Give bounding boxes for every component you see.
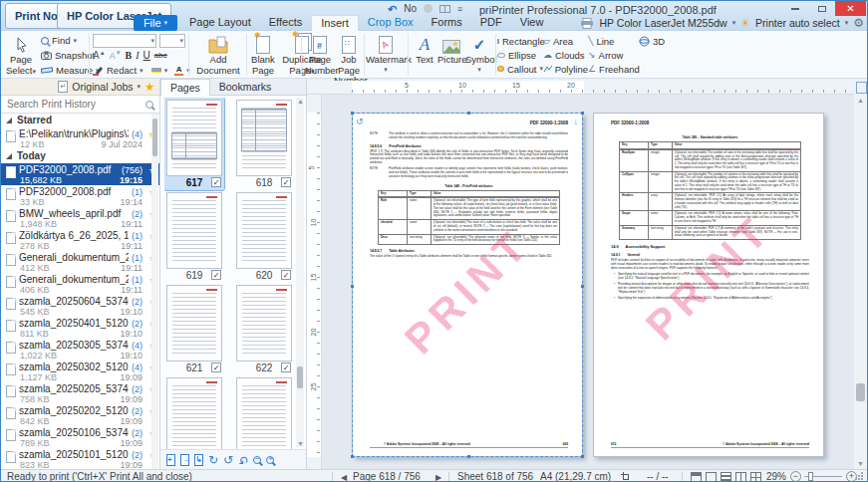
- pages-icon[interactable]: [439, 5, 450, 13]
- resize-handle-icon[interactable]: ↓: [574, 117, 579, 126]
- star-filter-icon[interactable]: ★: [145, 81, 154, 94]
- zoom-level[interactable]: 29%: [766, 471, 786, 482]
- page-indicator[interactable]: Page 618 / 756: [353, 471, 421, 482]
- ribbon-tab[interactable]: Page Layout: [180, 15, 260, 31]
- page-thumbnail[interactable]: 620 ✓: [234, 190, 294, 283]
- shape-callout[interactable]: Callout▾: [497, 62, 543, 76]
- redact-button[interactable]: Redact▾ ▾ A ▾: [93, 64, 190, 77]
- thumbnail-preview[interactable]: [166, 285, 222, 362]
- search-icon[interactable]: [145, 101, 153, 109]
- thumbnail-preview[interactable]: [236, 285, 292, 362]
- status-circle-icon[interactable]: [424, 4, 433, 13]
- search-input[interactable]: [7, 99, 145, 110]
- minimize-button[interactable]: [781, 1, 808, 16]
- zoom-out-button[interactable]: −: [790, 471, 801, 482]
- list-item[interactable]: Generali_dokumentum_20250... (1) ★ 412 K…: [1, 251, 159, 273]
- page-thumbnail[interactable]: 618 ✓: [234, 98, 294, 190]
- thumbnail-scrollbar[interactable]: ▲ ▼: [296, 98, 304, 447]
- list-item[interactable]: szamla_20250302_5120250003... (4) ★ 1,12…: [1, 361, 159, 382]
- ribbon-tab[interactable]: Forms: [423, 15, 471, 31]
- page-thumbnail[interactable]: 623 ✓: [164, 375, 224, 449]
- blank-page-button[interactable]: ✱ Blank Page: [248, 33, 278, 77]
- list-item[interactable]: szamla_20250401_5120250005... (2) ★ 811 …: [1, 317, 159, 339]
- file-menu-button[interactable]: File▾: [134, 15, 177, 31]
- page-checkbox[interactable]: ✓: [281, 270, 291, 280]
- list-item[interactable]: PDF32000_2008.pdf (756) ★ 15,682 KB 19:1…: [1, 163, 159, 185]
- pdf-page-618[interactable]: PDF 32000-1:2008 Table 349 – Standard ta…: [593, 113, 824, 457]
- tab-bookmarks[interactable]: Bookmarks: [210, 79, 281, 95]
- thumbnail-preview[interactable]: [236, 377, 292, 449]
- shape-ellipse[interactable]: Ellipse: [497, 48, 543, 62]
- qat-more-icon[interactable]: ≡: [457, 4, 462, 14]
- maximize-button[interactable]: [808, 1, 835, 16]
- job-page-number-button[interactable]: ∷ Job Page Number: [334, 33, 364, 77]
- ribbon-tab[interactable]: Effects: [260, 15, 311, 31]
- color-mode-icon[interactable]: ☀: [740, 17, 750, 30]
- rotate-cw-icon[interactable]: ↻: [208, 454, 218, 466]
- list-item[interactable]: szamla_20250202_5120250002... (2) ★ 842 …: [1, 404, 159, 426]
- zoom-in-icon[interactable]: [266, 456, 274, 464]
- shape-polyline[interactable]: Polyline: [543, 62, 588, 76]
- prev-page-button[interactable]: ◀: [341, 473, 347, 482]
- shape-rectangle[interactable]: Rectangle: [497, 34, 543, 48]
- shape-freehand[interactable]: ∠Freehand: [588, 62, 636, 76]
- page-number-button[interactable]: # Page Number: [305, 33, 335, 77]
- hand-tool-icon[interactable]: [691, 472, 702, 482]
- page-checkbox[interactable]: ✓: [211, 177, 221, 187]
- list-item[interactable]: szamla_20250205_5374010585... (2) ★ 758 …: [1, 382, 159, 404]
- font-size-combo[interactable]: [159, 34, 185, 48]
- list-item[interactable]: BMW_wheels_april.pdf (2) ★ 1,948 KB 19:1…: [1, 207, 159, 229]
- chevron-down-icon[interactable]: ▾: [732, 19, 736, 27]
- shape-line[interactable]: ╲Line: [588, 34, 636, 48]
- vertical-ruler[interactable]: 5 10 15 20 25: [307, 95, 322, 469]
- printer-select[interactable]: HP Color LaserJet M255dw: [599, 17, 726, 29]
- continuous-view-icon[interactable]: [721, 472, 731, 482]
- zoom-out-icon[interactable]: [253, 456, 261, 464]
- grid-view-icon[interactable]: [750, 472, 761, 482]
- find-button[interactable]: Find▾: [41, 34, 77, 47]
- thumbnail-preview[interactable]: [166, 100, 222, 176]
- zoom-slider-thumb[interactable]: [808, 472, 813, 481]
- ribbon-tab[interactable]: View: [511, 15, 553, 31]
- history-scrollbar[interactable]: ▼: [151, 114, 158, 469]
- ribbon-tab[interactable]: PDF: [471, 15, 511, 31]
- text-button[interactable]: A Text: [412, 33, 437, 77]
- list-item[interactable]: szamla_20250106_5374010585... (2) ★ 789 …: [1, 426, 159, 448]
- thumbnail-preview[interactable]: [236, 100, 292, 176]
- page-thumbnail[interactable]: 619 ✓: [164, 190, 224, 283]
- resize-grip[interactable]: [861, 478, 863, 480]
- page-thumbnail[interactable]: 622 ✓: [234, 283, 294, 375]
- group-header-today[interactable]: Today: [1, 149, 159, 163]
- page-checkbox[interactable]: ✓: [211, 362, 221, 372]
- ruler-settings-icon[interactable]: [856, 82, 867, 94]
- shape-clouds[interactable]: ☁Clouds: [543, 48, 588, 62]
- italic-button[interactable]: I: [136, 50, 139, 61]
- undo-icon[interactable]: ↶: [388, 4, 397, 14]
- snapshot-button[interactable]: Snapshot: [41, 49, 95, 62]
- highlight-button[interactable]: [151, 68, 161, 73]
- rotate-ccw-icon[interactable]: ↺: [223, 454, 233, 466]
- original-jobs-label[interactable]: Original Jobs: [72, 81, 133, 93]
- add-document-button[interactable]: Add Document: [192, 33, 244, 77]
- picture-button[interactable]: Picture: [437, 33, 465, 77]
- underline-button[interactable]: U: [144, 50, 150, 61]
- group-header-starred[interactable]: Starred: [1, 114, 159, 127]
- import-page-icon[interactable]: [180, 454, 189, 466]
- close-button[interactable]: ✕: [835, 1, 866, 16]
- thumbnail-preview[interactable]: [166, 377, 222, 449]
- 3d-button[interactable]: 3D: [639, 35, 665, 48]
- page-thumbnail[interactable]: 621 ✓: [164, 283, 224, 375]
- add-page-icon[interactable]: [166, 454, 175, 466]
- list-item[interactable]: szamla_20250101_5120250001... (2) ★ 823 …: [1, 448, 159, 469]
- list-item[interactable]: PDF32000_2008.pdf (1) ★ 33 KB 19:14: [1, 185, 159, 207]
- page-thumbnail[interactable]: 624 ✓: [234, 375, 294, 449]
- export-page-icon[interactable]: [194, 454, 203, 466]
- shape-area[interactable]: ▱Area: [543, 34, 588, 48]
- thumbnail-preview[interactable]: [236, 192, 292, 269]
- list-item[interactable]: Zöldkártya 6_26_2025, 1_21_55... (1) ★ 2…: [1, 229, 159, 251]
- document-scrollbar[interactable]: ▲ ▼: [854, 95, 867, 469]
- watermark-button[interactable]: A Watermark ▾: [366, 33, 406, 77]
- pdf-page-617[interactable]: PDF 32000-1:2008 NOTEThis attribute is u…: [352, 113, 583, 457]
- font-color-button[interactable]: A: [174, 66, 183, 76]
- font-name-combo[interactable]: [93, 34, 156, 48]
